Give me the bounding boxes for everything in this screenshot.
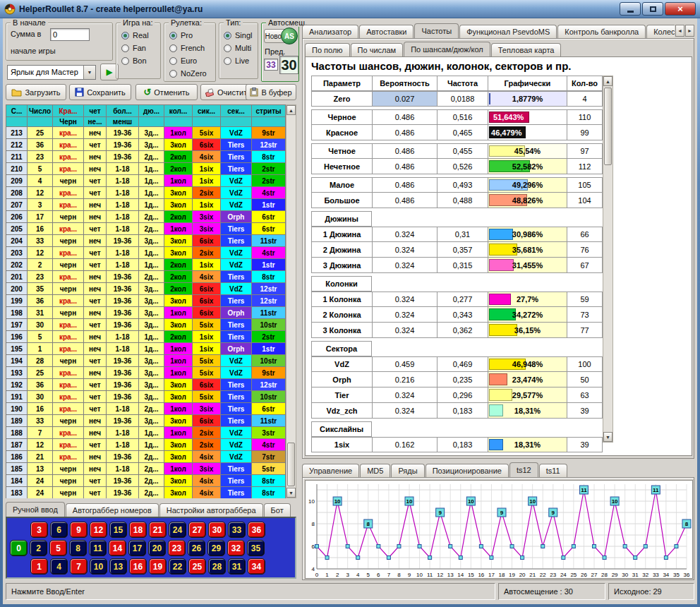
freq-frequency[interactable]: 0,357	[438, 242, 488, 258]
freq-frequency[interactable]: 0,315	[438, 258, 488, 273]
freq-bar-cell[interactable]: 27,7%	[488, 292, 567, 307]
spins-header-cell[interactable]: сек...	[221, 105, 252, 117]
freq-frequency[interactable]: 0,31	[438, 227, 488, 242]
freq-row[interactable]: 1six0.1620,18318,31%39	[311, 437, 603, 452]
spin-row[interactable]: 19831черннеч19-363д...1кол6sixOrph11str	[6, 307, 286, 319]
freq-frequency[interactable]: 0,277	[438, 292, 488, 307]
spin-row[interactable]: 20035черннеч19-363д...2кол6sixVdZ12str	[6, 283, 286, 295]
freq-count[interactable]: 50	[567, 372, 603, 387]
spin-row[interactable]: 18933черннеч19-363д...3кол6sixTiers11str	[6, 415, 286, 427]
freq-row[interactable]: VdZ0.4590,46946,948%100	[311, 356, 603, 372]
freq-param[interactable]: Большое	[312, 193, 373, 208]
spins-header-cell[interactable]: Число	[28, 105, 53, 117]
freq-count[interactable]: 66	[567, 227, 603, 242]
freq-param[interactable]: Orph	[312, 372, 373, 387]
spin-row[interactable]: 1965кра...неч1-181д...2кол1sixTiers2str	[6, 331, 286, 343]
freq-param[interactable]: 2 Дюжина	[312, 242, 373, 258]
tab-ts11[interactable]: ts11	[539, 464, 567, 477]
freq-param[interactable]: 3 Колонка	[312, 323, 373, 338]
freq-bar-cell[interactable]: 49,296%	[488, 177, 567, 193]
freq-row[interactable]: Красное0.4860,46546,479%99	[311, 125, 603, 140]
freq-frequency[interactable]: 0,469	[438, 356, 488, 372]
freq-probability[interactable]: 0.324	[373, 307, 438, 323]
freq-frequency[interactable]: 0,183	[438, 403, 488, 419]
number-tile-2[interactable]: 2	[30, 540, 47, 556]
subtab-по-шансам-дюж-кол[interactable]: По шансам/дюж/кол	[404, 42, 490, 56]
maximize-button[interactable]	[642, 2, 663, 16]
freq-frequency[interactable]: 0,455	[438, 143, 488, 159]
spin-row[interactable]: 20123кра...неч19-362д...2кол4sixTiers8st…	[6, 271, 286, 283]
freq-param[interactable]: 3 Дюжина	[312, 258, 373, 273]
number-tile-8[interactable]: 8	[69, 540, 87, 556]
freq-row[interactable]: 1 Дюжина0.3240,3130,986%66	[311, 227, 603, 242]
spin-row[interactable]: 2094чернчет1-181д...1кол1sixVdZ2str	[6, 175, 286, 187]
freq-probability[interactable]: 0.324	[373, 292, 438, 307]
freq-param[interactable]: Tier	[312, 387, 373, 403]
tab-scroll-right-icon[interactable]: ►	[685, 25, 694, 37]
freq-param[interactable]: Красное	[312, 125, 373, 140]
freq-row[interactable]: 1 Колонка0.3240,27727,7%59	[311, 292, 603, 307]
subtab-тепловая-карта[interactable]: Тепловая карта	[491, 43, 562, 56]
freq-param[interactable]: Малое	[312, 177, 373, 193]
titlebar[interactable]: HelperRoullet 8.7 - create helperroullet…	[0, 0, 700, 18]
freq-bar-cell[interactable]: 36,15%	[488, 323, 567, 338]
spin-row[interactable]: 21236кра...чет19-363д...3кол6sixTiers12s…	[6, 139, 286, 151]
spins-header-cell[interactable]: кол...	[164, 105, 193, 117]
freq-count[interactable]: 100	[567, 356, 603, 372]
spin-row[interactable]: 19130кра...чет19-363д...3кол5sixTiers10s…	[6, 391, 286, 403]
tab-автоставки[interactable]: Автоставки	[359, 25, 414, 38]
freq-probability[interactable]: 0.162	[373, 437, 438, 452]
freq-row[interactable]: 3 Колонка0.3240,36236,15%77	[311, 323, 603, 338]
number-tile-30[interactable]: 30	[208, 522, 226, 538]
spin-row[interactable]: 18424чернчет19-362д...3кол4sixTiers8str	[6, 475, 286, 487]
spin-row[interactable]: 19428чернчет19-363д...1кол5sixVdZ10str	[6, 355, 286, 367]
tab-позиционирование[interactable]: Позиционирование	[426, 464, 509, 477]
spins-header-cell[interactable]: сик...	[193, 105, 221, 117]
tab-настройки-автограббера[interactable]: Настройки автограббера	[159, 503, 263, 517]
freq-probability[interactable]: 0.486	[373, 109, 438, 125]
radio-singl[interactable]: Singl	[224, 29, 252, 42]
close-button[interactable]: ×	[665, 2, 696, 16]
minimize-button[interactable]	[620, 2, 641, 16]
spins-scrollbar[interactable]: ▲ ▼	[286, 104, 296, 498]
number-tile-20[interactable]: 20	[148, 540, 166, 556]
freq-header-cell[interactable]: Вероятность	[373, 76, 438, 91]
radio-euro[interactable]: Euro	[169, 54, 207, 67]
tab-колесо-рулет[interactable]: Колесо рулет	[646, 25, 675, 38]
freq-bar-cell[interactable]: 29,577%	[488, 387, 567, 403]
number-tile-35[interactable]: 35	[247, 540, 265, 556]
freq-count[interactable]: 73	[567, 307, 603, 323]
radio-fan[interactable]: Fan	[121, 42, 149, 54]
number-tile-33[interactable]: 33	[228, 522, 246, 538]
spins-header-cell[interactable]: чет	[84, 105, 107, 117]
save-button[interactable]: Сохранить	[69, 84, 131, 100]
freq-bar-cell[interactable]: 48,826%	[488, 193, 567, 208]
tab-частоты[interactable]: Частоты	[414, 23, 459, 38]
number-tile-28[interactable]: 28	[208, 558, 226, 575]
number-tile-19[interactable]: 19	[149, 558, 167, 575]
combo-dropdown-button[interactable]: ▼	[83, 66, 95, 79]
spin-row[interactable]: 20617черннеч1-182д...2кол3sixOrph6str	[6, 211, 286, 223]
freq-row[interactable]: Vdz_zch0.3240,18318,31%39	[311, 403, 603, 419]
number-tile-22[interactable]: 22	[169, 558, 186, 575]
freq-param[interactable]: VdZ	[312, 356, 373, 372]
freq-param[interactable]: 1 Колонка	[312, 292, 373, 307]
freq-frequency[interactable]: 0,493	[438, 177, 488, 193]
radio-live[interactable]: Live	[224, 54, 252, 67]
number-tile-15[interactable]: 15	[109, 522, 127, 538]
clipboard-button[interactable]: В буфер	[246, 84, 296, 100]
freq-param[interactable]: Zero	[312, 91, 373, 107]
spin-row[interactable]: 19936кра...чет19-363д...3кол6sixTiers12s…	[6, 295, 286, 307]
as-button[interactable]: AS	[281, 28, 298, 44]
spin-row[interactable]: 2022чернчет1-181д...2кол1sixVdZ1str	[6, 259, 286, 271]
radio-pro[interactable]: Pro	[169, 29, 207, 42]
spin-row[interactable]: 1887кра...неч1-181д...1кол2sixVdZ3str	[6, 427, 286, 439]
freq-frequency[interactable]: 0,465	[438, 125, 488, 140]
number-tile-16[interactable]: 16	[129, 558, 147, 575]
number-tile-13[interactable]: 13	[109, 558, 127, 575]
radio-multi[interactable]: Multi	[224, 42, 252, 54]
freq-count[interactable]: 4	[567, 91, 603, 107]
freq-count[interactable]: 39	[567, 437, 603, 452]
spins-header-cell[interactable]: дю...	[139, 105, 164, 117]
freq-probability[interactable]: 0.486	[373, 193, 438, 208]
